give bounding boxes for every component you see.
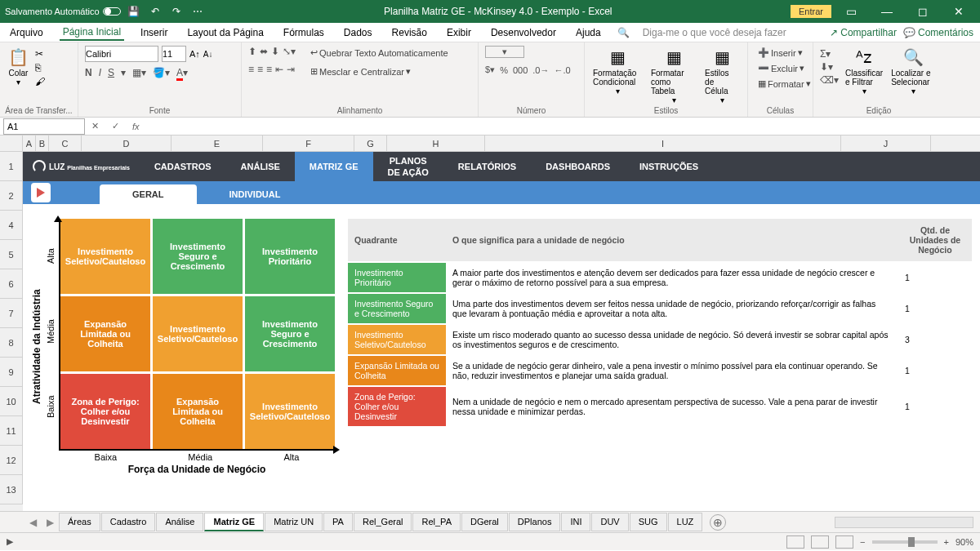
sheet-tab[interactable]: Rel_Geral [354, 513, 412, 531]
sheet-tab[interactable]: Matriz UN [265, 513, 323, 531]
align-bottom-icon[interactable]: ⬇ [271, 46, 279, 57]
cell-styles-button[interactable]: ▦Estilos de Célula▾ [703, 46, 741, 106]
zoom-out-button[interactable]: − [860, 537, 865, 547]
maximize-button[interactable]: ◻ [906, 0, 939, 23]
zoom-slider[interactable] [872, 540, 938, 544]
menu-pagina-inicial[interactable]: Página Inicial [60, 24, 124, 41]
sheet-tab[interactable]: Rel_PA [412, 513, 460, 531]
indent-inc-icon[interactable]: ⇥ [287, 64, 295, 75]
normal-view-button[interactable] [786, 535, 804, 549]
font-color-button[interactable]: A▾ [176, 67, 188, 78]
page-layout-button[interactable] [811, 535, 829, 549]
row-header[interactable]: 2 [0, 181, 23, 211]
format-cells-button[interactable]: ▦ Formatar ▾ [755, 77, 806, 91]
border-button[interactable]: ▦▾ [132, 67, 146, 78]
grow-font-icon[interactable]: A↑ [189, 49, 200, 59]
menu-layout[interactable]: Layout da Página [184, 25, 266, 40]
ribbon-options-icon[interactable]: ▭ [835, 0, 867, 23]
insert-cells-button[interactable]: ➕ Inserir ▾ [755, 46, 806, 60]
merge-button[interactable]: ⊞ Mesclar e Centralizar ▾ [307, 64, 452, 78]
sheet-tab[interactable]: Matriz GE [204, 513, 264, 531]
column-header[interactable]: F [263, 136, 354, 151]
save-icon[interactable]: 💾 [126, 3, 142, 20]
nav-instrucoes[interactable]: INSTRUÇÕES [625, 152, 713, 181]
menu-exibir[interactable]: Exibir [443, 25, 474, 40]
row-header[interactable]: 11 [0, 416, 23, 446]
sheet-tab[interactable]: INI [561, 513, 590, 531]
name-box[interactable]: A1 [3, 118, 85, 135]
row-header[interactable]: 7 [0, 299, 23, 328]
nav-planos[interactable]: PLANOSDE AÇÃO [373, 152, 443, 181]
cancel-formula-icon[interactable]: ✕ [85, 121, 105, 131]
paste-button[interactable]: 📋Colar▾ [7, 46, 30, 88]
column-header[interactable]: E [172, 136, 263, 151]
row-header[interactable]: 5 [0, 240, 23, 269]
row-header[interactable]: 1 [0, 152, 23, 181]
copy-icon[interactable]: ⎘ [35, 62, 45, 73]
sheet-tab[interactable]: Análise [156, 513, 203, 531]
horizontal-scrollbar[interactable] [835, 517, 973, 528]
play-button[interactable] [31, 183, 51, 202]
sheet-tab[interactable]: DGeral [461, 513, 508, 531]
tell-me-input[interactable]: Diga-me o que você deseja fazer [643, 27, 786, 38]
column-header[interactable]: D [82, 136, 172, 151]
sheet-tab[interactable]: DPlanos [509, 513, 561, 531]
select-all-corner[interactable] [0, 136, 23, 151]
font-size-select[interactable] [162, 46, 186, 62]
align-left-icon[interactable]: ≡ [248, 64, 254, 75]
accept-formula-icon[interactable]: ✓ [105, 121, 126, 131]
shrink-font-icon[interactable]: A↓ [203, 50, 213, 59]
column-header[interactable]: J [841, 136, 931, 151]
column-header[interactable]: C [49, 136, 82, 151]
align-right-icon[interactable]: ≡ [266, 64, 272, 75]
zoom-in-button[interactable]: + [944, 537, 949, 547]
row-header[interactable]: 10 [0, 387, 23, 416]
column-header[interactable]: I [485, 136, 841, 151]
font-name-select[interactable] [85, 46, 158, 62]
add-sheet-button[interactable]: ⊕ [710, 514, 726, 531]
find-select-button[interactable]: 🔍Localizar e Selecionar▾ [889, 46, 938, 97]
menu-arquivo[interactable]: Arquivo [7, 25, 47, 40]
sheet-tab[interactable]: LUZ [668, 513, 703, 531]
percent-icon[interactable]: % [500, 65, 508, 75]
row-header[interactable]: 9 [0, 358, 23, 387]
nav-analise[interactable]: ANÁLISE [226, 152, 295, 181]
fill-color-button[interactable]: 🪣▾ [153, 67, 170, 78]
autosum-icon[interactable]: Σ▾ [820, 48, 839, 60]
sheet-tab[interactable]: DUV [591, 513, 628, 531]
sort-filter-button[interactable]: ᴬᴢClassificar e Filtrar▾ [844, 46, 884, 97]
menu-formulas[interactable]: Fórmulas [280, 25, 327, 40]
delete-cells-button[interactable]: ➖ Excluir ▾ [755, 61, 806, 75]
menu-revisao[interactable]: Revisão [389, 25, 430, 40]
column-header[interactable]: A [23, 136, 36, 151]
italic-button[interactable]: I [99, 67, 101, 78]
format-table-button[interactable]: ▦Formatar como Tabela▾ [649, 46, 698, 106]
sheet-tab[interactable]: SUG [630, 513, 667, 531]
menu-desenvolvedor[interactable]: Desenvolvedor [488, 25, 559, 40]
close-button[interactable]: ✕ [942, 0, 975, 23]
fill-icon[interactable]: ⬇▾ [820, 61, 839, 73]
auto-save-toggle[interactable]: Salvamento Automático [5, 7, 121, 16]
conditional-format-button[interactable]: ▦Formatação Condicional▾ [591, 46, 644, 97]
row-header[interactable]: 4 [0, 211, 23, 240]
nav-matriz-ge[interactable]: MATRIZ GE [295, 152, 373, 181]
row-header[interactable]: 12 [0, 446, 23, 475]
redo-icon[interactable]: ↷ [168, 3, 185, 20]
sign-in-button[interactable]: Entrar [791, 5, 831, 18]
column-header[interactable]: H [387, 136, 485, 151]
share-button[interactable]: ↗ Compartilhar [830, 27, 897, 38]
nav-cadastros[interactable]: CADASTROS [140, 152, 226, 181]
menu-dados[interactable]: Dados [341, 25, 376, 40]
orientation-icon[interactable]: ⤡▾ [283, 46, 296, 57]
bold-button[interactable]: N [85, 67, 92, 78]
row-header[interactable]: 8 [0, 328, 23, 358]
column-header[interactable]: B [36, 136, 49, 151]
page-break-button[interactable] [835, 535, 853, 549]
macro-record-icon[interactable]: ▶ [7, 536, 13, 547]
indent-dec-icon[interactable]: ⇤ [275, 64, 283, 75]
currency-icon[interactable]: $▾ [485, 64, 495, 75]
zoom-level[interactable]: 90% [956, 537, 973, 547]
align-top-icon[interactable]: ⬆ [248, 46, 256, 57]
sheet-tab[interactable]: Áreas [59, 513, 100, 531]
undo-icon[interactable]: ↶ [147, 3, 163, 20]
